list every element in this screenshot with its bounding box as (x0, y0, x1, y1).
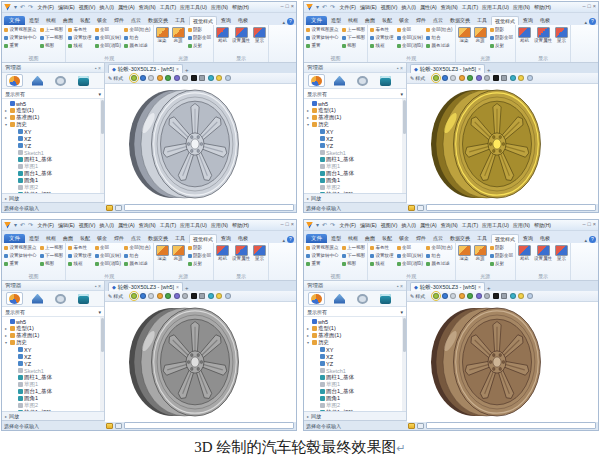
pencil-icon[interactable]: ✎ (410, 293, 414, 299)
panel-pin-icons[interactable]: ▪ × (95, 65, 101, 71)
ribbon-big-button-光源[interactable]: 光源 (474, 27, 487, 44)
ribbon-button[interactable]: 阴影 (490, 26, 514, 34)
tree-item[interactable]: ▾历史 (304, 339, 406, 346)
ribbon-button[interactable]: 全部(反转) (397, 34, 424, 42)
close-tab-icon[interactable]: × (478, 284, 481, 290)
ribbon-big-button-渲染[interactable]: 渲染 (156, 245, 169, 262)
ribbon-big-button-光源[interactable]: 光源 (172, 27, 185, 44)
ribbon-button[interactable]: 全部 (397, 26, 424, 34)
ribbon-button[interactable]: 设置纹理 (68, 34, 92, 42)
tree-scrollbar[interactable] (402, 317, 406, 411)
tree-scrollbar[interactable] (100, 317, 104, 411)
tree-expander-icon[interactable]: ▸ (306, 333, 310, 338)
document-tab[interactable]: ◆ 轮毂-30X50LZ3 - [wh5] × (410, 282, 485, 291)
ribbon-button[interactable]: 设置纹理 (68, 252, 92, 260)
ribbon-button[interactable]: 上一视图 (40, 244, 64, 252)
background-gray-icon[interactable] (501, 75, 507, 81)
redo-icon[interactable]: ↷ (27, 222, 34, 228)
menu-item[interactable]: 视图(V) (379, 222, 399, 228)
tree-expander-icon[interactable]: ▸ (4, 108, 8, 113)
menu-item[interactable]: 应用工具(U) (481, 222, 511, 228)
tree-item[interactable]: 圆角1 (2, 395, 104, 402)
wireframe-mode-icon[interactable] (148, 75, 154, 81)
ribbon-button[interactable]: 着色性 (68, 244, 92, 252)
tree-item[interactable]: XZ (304, 353, 406, 360)
tree-item[interactable]: 圆柱1_基体 (2, 374, 104, 381)
ribbon-tab-焊件[interactable]: 焊件 (413, 16, 429, 25)
ribbon-big-button-显示[interactable]: 显示 (555, 27, 568, 44)
ribbon-button[interactable]: 重置 (306, 42, 339, 50)
ribbon-tab-焊件[interactable]: 焊件 (111, 234, 127, 243)
menu-item[interactable]: 应用工具(U) (179, 222, 209, 228)
menu-item[interactable]: 文件(F) (338, 4, 357, 10)
tree-item[interactable]: XY (304, 346, 406, 353)
ribbon-button[interactable]: 组合 (426, 252, 453, 260)
tree-item[interactable]: 草图2 (2, 402, 104, 409)
render-mode-icon[interactable] (442, 75, 448, 81)
ribbon-tab-电极[interactable]: 电极 (537, 16, 553, 25)
menu-item[interactable]: 查询(N) (137, 222, 157, 228)
ribbon-collapse-icon[interactable]: ▴ (282, 237, 285, 243)
history-manager-tab[interactable] (308, 292, 325, 305)
floor-reflection-icon[interactable] (510, 293, 516, 299)
ribbon-button[interactable]: 设置旋转中心 (4, 34, 37, 42)
ribbon-collapse-icon[interactable]: ▴ (282, 19, 285, 25)
ribbon-tab-电极[interactable]: 电极 (235, 234, 251, 243)
ribbon-button[interactable]: 线框 (370, 260, 394, 268)
tree-scrollbar[interactable] (100, 99, 104, 193)
ribbon-button[interactable]: 全部(消隐) (397, 260, 424, 268)
edit-appearance-icon[interactable] (484, 293, 490, 299)
file-menu-button[interactable]: 文件 (4, 16, 25, 25)
menu-item[interactable]: 视图(V) (77, 222, 97, 228)
tree-expander-icon[interactable]: ▸ (4, 326, 8, 331)
tree-expander-icon[interactable]: ▾ (306, 340, 310, 345)
ribbon-button[interactable]: 全部(消隐) (95, 260, 122, 268)
menu-item[interactable]: 帮助(H) (230, 4, 250, 10)
document-tab[interactable]: ◆ 轮毂-30X50LZ3 - [wh5] × (108, 282, 183, 291)
ribbon-tab-视觉样式[interactable]: 视觉样式 (189, 16, 217, 25)
ribbon-button[interactable]: 反射 (188, 260, 212, 268)
menu-item[interactable]: 工具(T) (158, 4, 177, 10)
menu-item[interactable]: 编辑(E) (358, 4, 378, 10)
help-icon[interactable]: ? (287, 18, 294, 25)
file-menu-button[interactable]: 文件 (306, 234, 327, 243)
selection-filter-icon[interactable] (115, 423, 122, 429)
tree-item[interactable]: 圆角1 (304, 395, 406, 402)
ribbon-big-button-设置属性[interactable]: 设置属性 (232, 27, 250, 44)
wireframe-mode-icon[interactable] (450, 75, 456, 81)
ribbon-tab-视觉样式[interactable]: 视觉样式 (189, 234, 217, 243)
undo-icon[interactable]: ↶ (321, 4, 328, 10)
tree-scrollbar[interactable] (402, 99, 406, 193)
menu-item[interactable]: 编辑(E) (358, 222, 378, 228)
document-tab[interactable]: ◆ 轮毂-30X50LZ3 - [wh5] × (108, 64, 183, 73)
redo-icon[interactable]: ↷ (27, 4, 34, 10)
edit-appearance-icon[interactable] (182, 293, 188, 299)
ribbon-tab-线框[interactable]: 线框 (345, 234, 361, 243)
environment-icon[interactable] (225, 293, 231, 299)
tree-item[interactable]: 圆角1 (2, 177, 104, 184)
ribbon-tab-视觉样式[interactable]: 视觉样式 (491, 234, 519, 243)
panel-pin-icons[interactable]: ▪ × (397, 65, 403, 71)
tree-item[interactable]: ▸基准面(1) (2, 332, 104, 339)
ribbon-tab-视觉样式[interactable]: 视觉样式 (491, 16, 519, 25)
command-input[interactable] (426, 204, 596, 211)
tree-item[interactable]: XZ (2, 353, 104, 360)
ribbon-button[interactable]: 全部(组合) (426, 244, 453, 252)
ribbon-tab-数据交换[interactable]: 数据交换 (145, 16, 171, 25)
ribbon-button[interactable]: 全部(反转) (95, 34, 122, 42)
lamp-icon[interactable] (518, 293, 524, 299)
environment-icon[interactable] (527, 75, 533, 81)
sun-light-icon[interactable] (157, 293, 163, 299)
ribbon-big-button-相机[interactable]: 相机 (216, 27, 229, 44)
tree-filter-dropdown[interactable]: 显示所有 ▾ (2, 89, 104, 99)
visual-manager-tab[interactable] (52, 292, 69, 305)
file-menu-button[interactable]: 文件 (4, 234, 25, 243)
ribbon-button[interactable]: 设置纹理 (370, 34, 394, 42)
ribbon-button[interactable]: 反射 (490, 260, 514, 268)
tree-item[interactable]: ▾历史 (2, 121, 104, 128)
ribbon-tab-焊件[interactable]: 焊件 (413, 234, 429, 243)
ribbon-button[interactable]: 视图 (342, 260, 366, 268)
background-black-icon[interactable] (493, 75, 499, 81)
tree-item[interactable]: YZ (304, 360, 406, 367)
floor-reflection-icon[interactable] (208, 75, 214, 81)
